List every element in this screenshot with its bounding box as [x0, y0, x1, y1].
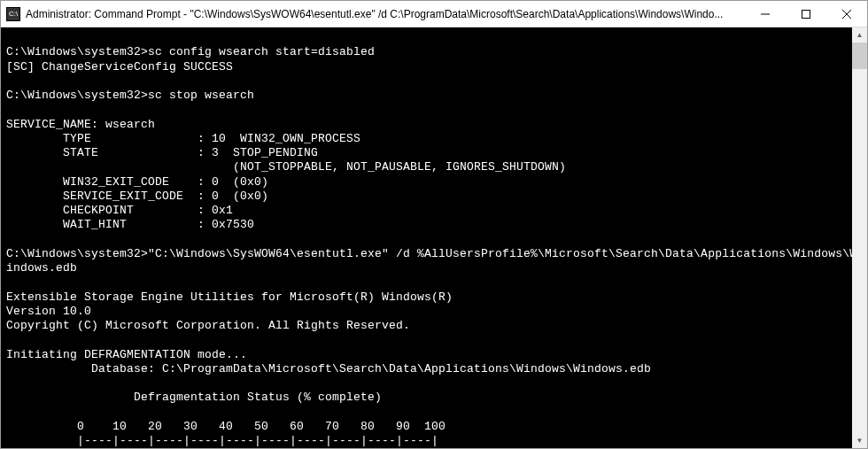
terminal-output[interactable]: C:\Windows\system32>sc config wsearch st…	[1, 27, 852, 448]
terminal-container: C:\Windows\system32>sc config wsearch st…	[1, 27, 867, 448]
command-prompt-window: C:\ Administrator: Command Prompt - "C:\…	[0, 0, 868, 449]
app-icon: C:\	[6, 7, 20, 21]
vertical-scrollbar[interactable]: ▲ ▼	[852, 27, 867, 448]
minimize-button[interactable]	[745, 1, 786, 27]
minimize-icon	[761, 10, 770, 19]
scroll-thumb[interactable]	[852, 43, 867, 69]
maximize-button[interactable]	[786, 1, 826, 27]
scroll-track[interactable]	[852, 43, 867, 433]
svg-rect-1	[802, 10, 810, 18]
scroll-up-button[interactable]: ▲	[852, 27, 867, 43]
close-button[interactable]	[826, 1, 867, 27]
window-title: Administrator: Command Prompt - "C:\Wind…	[26, 8, 745, 20]
scroll-down-button[interactable]: ▼	[852, 433, 867, 448]
close-icon	[842, 10, 851, 19]
maximize-icon	[802, 10, 810, 19]
titlebar[interactable]: C:\ Administrator: Command Prompt - "C:\…	[1, 1, 867, 27]
window-controls	[745, 1, 867, 27]
